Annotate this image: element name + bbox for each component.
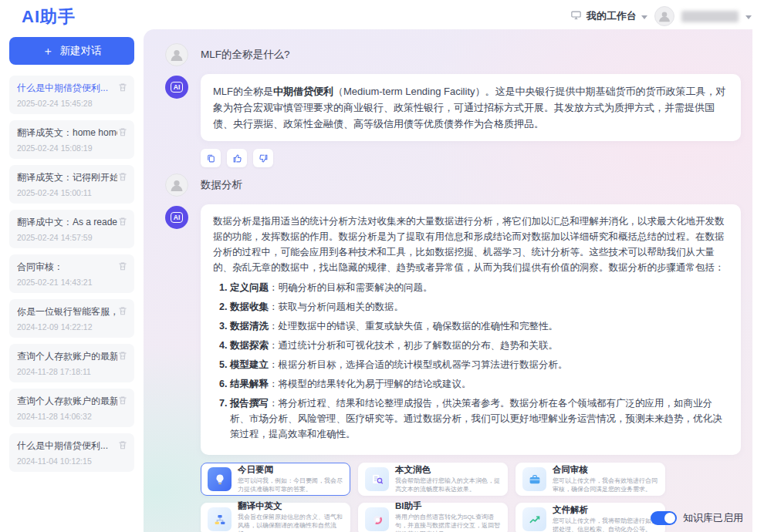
ai-avatar: AI bbox=[165, 206, 188, 229]
conversation-time: 2025-02-24 14:57:59 bbox=[17, 233, 127, 242]
answer-text: MLF的全称是 bbox=[213, 86, 273, 97]
chat-panel: MLF的全称是什么? AI MLF的全称是中期借贷便利（Medium-term … bbox=[144, 29, 752, 532]
conversation-time: 2025-02-24 15:45:28 bbox=[17, 99, 127, 108]
feature-cards: 今日要闻 您可以问我，例如：今日要闻，我会尽力提供准确和可靠的答案。 本文润色 … bbox=[201, 463, 745, 532]
user-avatar bbox=[165, 173, 188, 197]
conversation-time: 2025-02-21 14:43:21 bbox=[17, 278, 127, 287]
trend-up-icon bbox=[522, 507, 546, 531]
ai-message: AI 数据分析是指用适当的统计分析方法对收集来的大量数据进行分析，将它们加以汇总… bbox=[165, 204, 745, 455]
trash-icon[interactable] bbox=[117, 305, 128, 316]
chevron-down-icon[interactable] bbox=[745, 15, 752, 19]
sidebar-item-conversation[interactable]: 查询个人存款账户的最新... 2024-11-28 14:06:32 bbox=[9, 389, 134, 427]
knowledge-base-toggle-group: 知识库已启用 bbox=[651, 511, 743, 525]
conversation-time: 2024-11-28 14:06:32 bbox=[17, 412, 127, 421]
card-text-polish[interactable]: 本文润色 我会帮助您进行您输入的文本润色，提高文本的流畅度和表达效果。 bbox=[358, 463, 508, 496]
step-term: 模型建立 bbox=[230, 359, 269, 370]
doc-search-icon bbox=[365, 467, 389, 491]
list-item: 数据清洗：处理数据中的错误、重复或缺失值，确保数据的准确性和完整性。 bbox=[230, 318, 729, 334]
chevron-down-icon bbox=[641, 15, 647, 19]
trash-icon[interactable] bbox=[117, 350, 128, 361]
step-term: 定义问题 bbox=[230, 282, 269, 293]
sidebar-item-conversation[interactable]: 合同审核： 2025-02-21 14:43:21 bbox=[9, 254, 134, 293]
knowledge-base-label: 知识库已启用 bbox=[683, 511, 743, 525]
new-chat-button[interactable]: ＋ 新建对话 bbox=[9, 37, 134, 65]
answer-text: 数据分析是指用适当的统计分析方法对收集来的大量数据进行分析，将它们加以汇总和理解… bbox=[213, 216, 725, 273]
app-window: AI助手 我的工作台 ＋ 新建对话 什么是中期借贷便利... 2025-02-2… bbox=[0, 0, 764, 532]
copy-button[interactable] bbox=[201, 149, 221, 167]
card-contract-review[interactable]: 合同审核 您可以上传文件，我会有效地进行合同审核，确保合同满足您的业务需求。 bbox=[516, 463, 665, 496]
step-desc: ：将模型的结果转化为易于理解的结论或建议。 bbox=[269, 379, 472, 389]
ai-avatar: AI bbox=[165, 76, 188, 99]
sidebar-item-conversation[interactable]: 什么是中期借贷便利... 2024-11-04 10:12:15 bbox=[9, 433, 134, 472]
trash-icon[interactable] bbox=[117, 126, 128, 137]
card-desc: 您可以上传文件，我将帮助您进行如数据处理、信息检索、自动化办公等。 bbox=[553, 517, 662, 532]
card-desc: 将用户的自然语言转化为SQL查询语句，并直接与数据库进行交互，返回智能推荐的图表… bbox=[395, 513, 505, 532]
monitor-icon bbox=[570, 9, 582, 23]
sidebar-item-conversation[interactable]: 什么是中期借贷便利... 2025-02-24 15:45:28 bbox=[9, 76, 134, 114]
card-title: 合同审核 bbox=[553, 464, 662, 476]
plus-icon: ＋ bbox=[42, 44, 54, 59]
card-today-news[interactable]: 今日要闻 您可以问我，例如：今日要闻，我会尽力提供准确和可靠的答案。 bbox=[201, 463, 350, 496]
conversation-title: 翻译成中文：As a reader... bbox=[17, 216, 117, 229]
user-avatar[interactable] bbox=[654, 6, 674, 26]
user-message: MLF的全称是什么? bbox=[165, 43, 745, 66]
message-actions bbox=[201, 149, 745, 167]
sidebar: ＋ 新建对话 什么是中期借贷便利... 2025-02-24 15:45:28 … bbox=[0, 29, 144, 532]
list-item: 数据收集：获取与分析问题相关的数据。 bbox=[230, 299, 729, 315]
card-title: 翻译中英文 bbox=[238, 500, 347, 512]
list-item: 定义问题：明确分析的目标和需要解决的问题。 bbox=[230, 280, 729, 295]
new-chat-label: 新建对话 bbox=[60, 44, 102, 58]
step-desc: ：获取与分析问题相关的数据。 bbox=[269, 301, 404, 312]
step-desc: ：根据分析目标，选择合适的统计模型或机器学习算法进行数据分析。 bbox=[269, 359, 568, 370]
conversation-title: 你是一位银行智能客服，... bbox=[17, 305, 117, 318]
app-logo: AI助手 bbox=[22, 5, 76, 29]
trash-icon[interactable] bbox=[117, 395, 128, 406]
card-desc: 我会帮助您进行您输入的文本润色，提高文本的流畅度和表达效果。 bbox=[395, 477, 505, 494]
sidebar-item-conversation[interactable]: 翻译成英文：记得刚开始... 2025-02-24 15:00:11 bbox=[9, 165, 134, 204]
trash-icon[interactable] bbox=[117, 171, 128, 182]
card-title: 今日要闻 bbox=[238, 464, 347, 476]
sidebar-item-conversation[interactable]: 翻译成中文：As a reader... 2025-02-24 14:57:59 bbox=[9, 210, 134, 248]
thumbs-down-button[interactable] bbox=[253, 149, 273, 167]
trash-icon[interactable] bbox=[117, 216, 128, 227]
user-message-text: 数据分析 bbox=[201, 178, 242, 192]
thumbs-up-button[interactable] bbox=[227, 149, 247, 167]
ai-badge: AI bbox=[171, 212, 184, 223]
conversation-time: 2024-11-04 10:12:15 bbox=[17, 456, 127, 466]
user-message: 数据分析 bbox=[165, 173, 745, 197]
workbench-menu[interactable]: 我的工作台 bbox=[570, 9, 647, 23]
sidebar-item-conversation[interactable]: 你是一位银行智能客服，... 2024-12-09 14:22:12 bbox=[9, 299, 134, 338]
sidebar-item-conversation[interactable]: 查询个人存款账户的最新... 2024-11-28 17:18:11 bbox=[9, 344, 134, 382]
conversation-time: 2025-02-24 15:08:19 bbox=[17, 143, 127, 153]
step-term: 数据探索 bbox=[230, 340, 269, 351]
conversation-title: 查询个人存款账户的最新... bbox=[17, 350, 117, 363]
step-term: 报告撰写 bbox=[230, 398, 269, 409]
card-translate[interactable]: 翻译中英文 我会旨在保留原始信息的含义、语气和风格，以确保翻译的准确性和自然流畅… bbox=[201, 503, 350, 532]
list-item: 模型建立：根据分析目标，选择合适的统计模型或机器学习算法进行数据分析。 bbox=[230, 357, 729, 372]
trash-icon[interactable] bbox=[117, 82, 128, 93]
username-redacted bbox=[681, 11, 739, 22]
analysis-steps-list: 定义问题：明确分析的目标和需要解决的问题。 数据收集：获取与分析问题相关的数据。… bbox=[213, 280, 729, 442]
briefcase-icon bbox=[522, 467, 546, 491]
step-desc: ：明确分析的目标和需要解决的问题。 bbox=[269, 282, 433, 293]
knowledge-base-toggle[interactable] bbox=[651, 511, 677, 525]
card-desc: 您可以问我，例如：今日要闻，我会尽力提供准确和可靠的答案。 bbox=[238, 477, 347, 494]
user-avatar bbox=[165, 43, 188, 66]
card-title: 文件解析 bbox=[553, 504, 662, 516]
donut-chart-icon bbox=[365, 507, 389, 531]
card-bi-assistant[interactable]: BI助手 将用户的自然语言转化为SQL查询语句，并直接与数据库进行交互，返回智能… bbox=[358, 503, 508, 532]
conversation-title: 翻译成英文：home home bbox=[17, 126, 117, 140]
conversation-title: 什么是中期借贷便利... bbox=[17, 439, 117, 453]
sidebar-item-conversation[interactable]: 翻译成英文：home home 2025-02-24 15:08:19 bbox=[9, 120, 134, 159]
user-message-text: MLF的全称是什么? bbox=[201, 48, 290, 62]
step-desc: ：通过统计分析和可视化技术，初步了解数据的分布、趋势和关联。 bbox=[269, 340, 558, 351]
trash-icon[interactable] bbox=[117, 261, 128, 271]
conversation-time: 2025-02-24 15:00:11 bbox=[17, 188, 127, 197]
bulb-icon bbox=[208, 467, 232, 491]
card-file-parse[interactable]: 文件解析 您可以上传文件，我将帮助您进行如数据处理、信息检索、自动化办公等。 bbox=[516, 503, 665, 532]
trash-icon[interactable] bbox=[117, 439, 128, 450]
card-desc: 您可以上传文件，我会有效地进行合同审核，确保合同满足您的业务需求。 bbox=[553, 477, 662, 494]
card-title: 本文润色 bbox=[395, 464, 505, 476]
step-term: 数据收集 bbox=[230, 301, 269, 312]
answer-bold-text: 中期借贷便利 bbox=[273, 86, 333, 97]
